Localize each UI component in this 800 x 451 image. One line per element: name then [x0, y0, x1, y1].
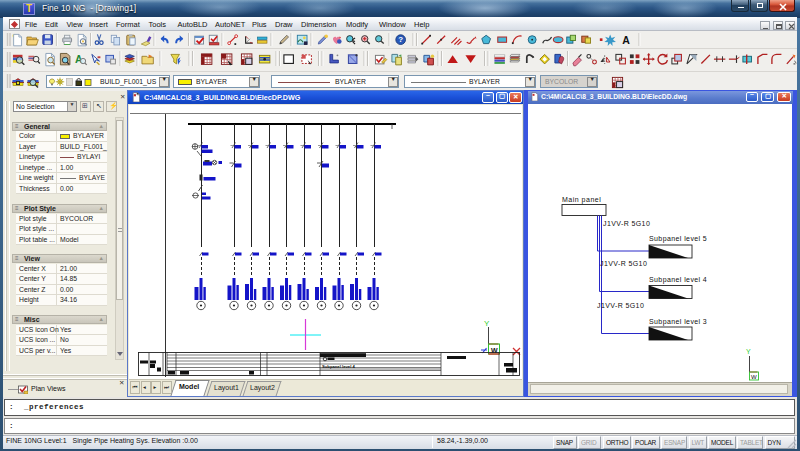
- svg-text:J1VV-R 5G10: J1VV-R 5G10: [600, 260, 647, 267]
- svg-text:Subpanel level 3: Subpanel level 3: [649, 318, 707, 326]
- svg-text:Subpanel level 4: Subpanel level 4: [649, 276, 707, 284]
- svg-text:Subpanel level 5: Subpanel level 5: [649, 235, 707, 243]
- svg-text:Y: Y: [484, 319, 490, 328]
- svg-text:Main panel: Main panel: [562, 196, 601, 204]
- svg-text:J1VV-R 5G10: J1VV-R 5G10: [603, 220, 650, 227]
- svg-text:J1VV-R 5G10: J1VV-R 5G10: [597, 302, 644, 309]
- svg-text:W: W: [751, 374, 757, 380]
- svg-text:Y: Y: [746, 348, 751, 355]
- svg-text:Subpanel level 4: Subpanel level 4: [322, 364, 355, 369]
